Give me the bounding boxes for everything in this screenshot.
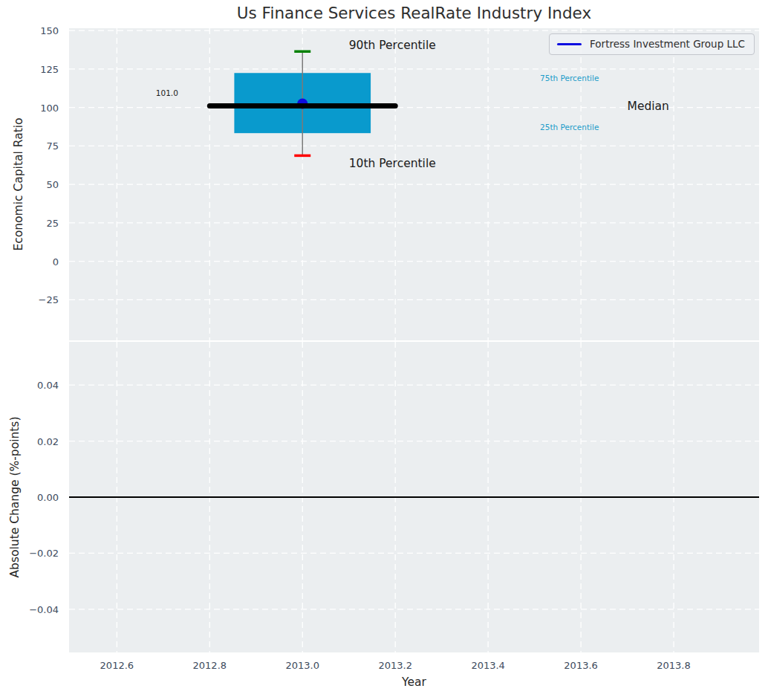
y-tick-label: 25 [46,217,59,228]
axes-bottom-plot [69,342,759,652]
y-tick-label: 0.04 [37,380,59,391]
x-tick-label: 2012.6 [100,660,134,671]
x-axis-label: Year [69,675,759,689]
y-tick-label: 125 [40,63,59,74]
legend-label: Fortress Investment Group LLC [590,38,745,50]
y-tick-label: −25 [39,294,59,305]
annotation-median: Median [628,100,669,113]
y-tick-label: 0 [53,256,59,267]
y-tick-label: 50 [46,179,59,190]
legend: Fortress Investment Group LLC [549,33,755,55]
y-tick-label: −0.04 [29,603,59,615]
figure: Us Finance Services RealRate Industry In… [0,0,768,700]
y-tick-label: 0.00 [37,492,59,503]
axes-top-plot: 90th Percentile 10th Percentile 75th Per… [69,28,759,340]
y-tick-label: 100 [40,102,59,113]
annotation-90th-percentile: 90th Percentile [349,39,436,52]
x-tick-label: 2013.0 [285,660,319,671]
y-tick-label: 75 [46,140,59,152]
y-axis-label-top: Economic Capital Ratio [12,117,25,250]
top-plot-svg [69,28,759,340]
y-tick-label: 150 [40,25,59,36]
x-tick-label: 2013.6 [564,660,598,671]
chart-title: Us Finance Services RealRate Industry In… [69,4,759,22]
annotation-75th-percentile: 75th Percentile [540,74,599,82]
annotation-25th-percentile: 25th Percentile [540,123,599,132]
x-tick-label: 2012.8 [193,660,227,671]
bottom-plot-svg [69,342,759,652]
annotation-10th-percentile: 10th Percentile [349,157,436,170]
x-tick-label: 2013.8 [657,660,691,671]
x-tick-label: 2013.2 [378,660,412,671]
y-tick-label: 0.02 [37,435,59,447]
annotation-company-value: 101.0 [156,88,178,97]
x-tick-label: 2013.4 [471,660,505,671]
y-tick-label: −0.02 [29,548,59,559]
y-axis-label-bottom: Absolute Change (%-points) [8,417,22,578]
legend-line-swatch [557,43,582,45]
